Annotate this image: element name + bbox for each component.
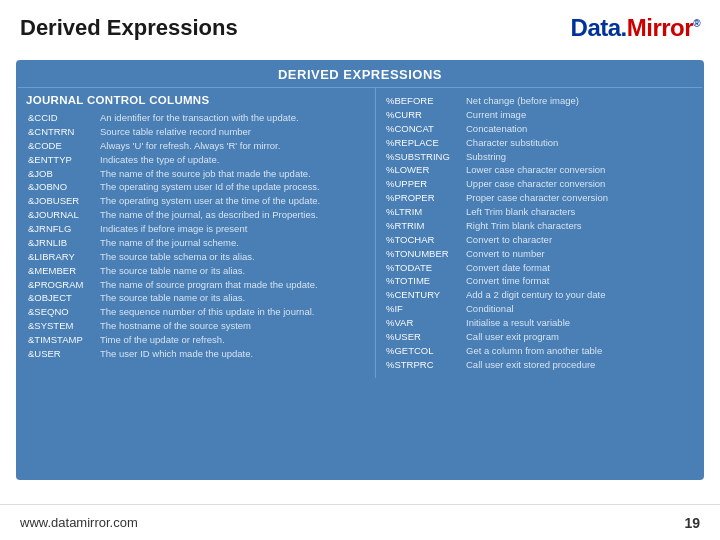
expression-key: %USER <box>384 330 464 344</box>
journal-key: &SYSTEM <box>26 319 98 333</box>
page-number: 19 <box>684 515 700 531</box>
journal-row: &USER The user ID which made the update. <box>26 347 367 361</box>
expression-row: %SUBSTRING Substring <box>384 150 694 164</box>
journal-val: The operating system user at the time of… <box>98 194 367 208</box>
expression-val: Convert time format <box>464 274 694 288</box>
journal-row: &CNTRRN Source table relative record num… <box>26 125 367 139</box>
expression-row: %TOTIME Convert time format <box>384 274 694 288</box>
journal-row: &SEQNO The sequence number of this updat… <box>26 305 367 319</box>
journal-val: The sequence number of this update in th… <box>98 305 367 319</box>
expression-key: %TOTIME <box>384 274 464 288</box>
journal-key: &SEQNO <box>26 305 98 319</box>
expression-key: %LOWER <box>384 163 464 177</box>
expression-key: %RTRIM <box>384 219 464 233</box>
footer: www.datamirror.com 19 <box>0 504 720 540</box>
expression-row: %RTRIM Right Trim blank characters <box>384 219 694 233</box>
expression-row: %CURR Current image <box>384 108 694 122</box>
expression-key: %LTRIM <box>384 205 464 219</box>
journal-key: &CCID <box>26 111 98 125</box>
journal-key: &JOURNAL <box>26 208 98 222</box>
journal-panel: JOURNAL CONTROL COLUMNS &CCID An identif… <box>18 88 376 378</box>
expression-val: Convert to character <box>464 233 694 247</box>
expression-key: %TOCHAR <box>384 233 464 247</box>
expression-row: %TOCHAR Convert to character <box>384 233 694 247</box>
journal-val: An identifier for the transaction with t… <box>98 111 367 125</box>
expression-row: %VAR Initialise a result variable <box>384 316 694 330</box>
page-title: Derived Expressions <box>20 15 238 41</box>
expression-val: Upper case character conversion <box>464 177 694 191</box>
main-content: DERIVED EXPRESSIONS JOURNAL CONTROL COLU… <box>0 52 720 488</box>
journal-key: &OBJECT <box>26 291 98 305</box>
journal-val: Source table relative record number <box>98 125 367 139</box>
logo-text: Data.Mirror® <box>571 14 700 42</box>
journal-row: &JOBNO The operating system user Id of t… <box>26 180 367 194</box>
expression-key: %TODATE <box>384 261 464 275</box>
journal-row: &JOBUSER The operating system user at th… <box>26 194 367 208</box>
expression-row: %STRPRC Call user exit stored procedure <box>384 358 694 372</box>
journal-key: &TIMSTAMP <box>26 333 98 347</box>
expression-val: Convert date format <box>464 261 694 275</box>
journal-key: &PROGRAM <box>26 278 98 292</box>
expression-key: %PROPER <box>384 191 464 205</box>
expression-row: %LTRIM Left Trim blank characters <box>384 205 694 219</box>
journal-val: The name of the source job that made the… <box>98 167 367 181</box>
expression-key: %CONCAT <box>384 122 464 136</box>
expression-key: %VAR <box>384 316 464 330</box>
expression-row: %IF Conditional <box>384 302 694 316</box>
logo-mirror: Mirror <box>627 14 693 41</box>
journal-table: &CCID An identifier for the transaction … <box>26 111 367 361</box>
journal-val: Indicates the type of update. <box>98 153 367 167</box>
journal-key: &LIBRARY <box>26 250 98 264</box>
journal-val: The source table name or its alias. <box>98 291 367 305</box>
expression-val: Call user exit program <box>464 330 694 344</box>
journal-key: &CNTRRN <box>26 125 98 139</box>
expression-val: Left Trim blank characters <box>464 205 694 219</box>
expression-val: Proper case character conversion <box>464 191 694 205</box>
logo: Data.Mirror® <box>571 14 700 42</box>
derived-expressions-box: DERIVED EXPRESSIONS JOURNAL CONTROL COLU… <box>16 60 704 480</box>
expression-key: %CENTURY <box>384 288 464 302</box>
expression-val: Lower case character conversion <box>464 163 694 177</box>
footer-url: www.datamirror.com <box>20 515 138 530</box>
journal-val: Indicates if before image is present <box>98 222 367 236</box>
journal-key: &JOBNO <box>26 180 98 194</box>
journal-key: &CODE <box>26 139 98 153</box>
expression-row: %PROPER Proper case character conversion <box>384 191 694 205</box>
journal-row: &JOB The name of the source job that mad… <box>26 167 367 181</box>
expression-key: %STRPRC <box>384 358 464 372</box>
expression-key: %IF <box>384 302 464 316</box>
expression-val: Initialise a result variable <box>464 316 694 330</box>
journal-row: &TIMSTAMP Time of the update or refresh. <box>26 333 367 347</box>
journal-row: &OBJECT The source table name or its ali… <box>26 291 367 305</box>
expression-key: %BEFORE <box>384 94 464 108</box>
journal-val: The operating system user Id of the upda… <box>98 180 367 194</box>
expressions-panel: %BEFORE Net change (before image) %CURR … <box>376 88 702 378</box>
expression-row: %CENTURY Add a 2 digit century to your d… <box>384 288 694 302</box>
expression-val: Right Trim blank characters <box>464 219 694 233</box>
journal-val: The user ID which made the update. <box>98 347 367 361</box>
expression-row: %GETCOL Get a column from another table <box>384 344 694 358</box>
expression-row: %USER Call user exit program <box>384 330 694 344</box>
journal-row: &CODE Always 'U' for refresh. Always 'R'… <box>26 139 367 153</box>
journal-row: &LIBRARY The source table schema or its … <box>26 250 367 264</box>
expression-val: Conditional <box>464 302 694 316</box>
journal-row: &PROGRAM The name of source program that… <box>26 278 367 292</box>
expression-val: Add a 2 digit century to your date <box>464 288 694 302</box>
expression-row: %TODATE Convert date format <box>384 261 694 275</box>
derived-expressions-title: DERIVED EXPRESSIONS <box>18 62 702 88</box>
journal-key: &ENTTYP <box>26 153 98 167</box>
expression-key: %GETCOL <box>384 344 464 358</box>
expression-row: %BEFORE Net change (before image) <box>384 94 694 108</box>
derived-box-inner: JOURNAL CONTROL COLUMNS &CCID An identif… <box>18 88 702 378</box>
journal-row: &JRNLIB The name of the journal scheme. <box>26 236 367 250</box>
expression-row: %CONCAT Concatenation <box>384 122 694 136</box>
journal-key: &USER <box>26 347 98 361</box>
header: Derived Expressions Data.Mirror® <box>0 0 720 52</box>
journal-key: &JOBUSER <box>26 194 98 208</box>
expression-row: %TONUMBER Convert to number <box>384 247 694 261</box>
journal-row: &CCID An identifier for the transaction … <box>26 111 367 125</box>
journal-title: JOURNAL CONTROL COLUMNS <box>26 94 367 106</box>
expression-val: Character substitution <box>464 136 694 150</box>
expression-key: %CURR <box>384 108 464 122</box>
journal-val: The hostname of the source system <box>98 319 367 333</box>
